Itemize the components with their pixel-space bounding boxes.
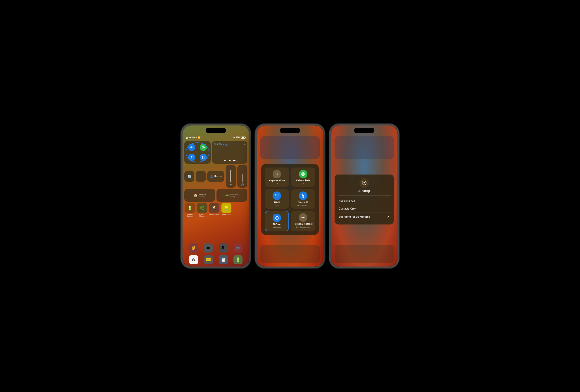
hotspot-label: Personal Hotspot	[294, 223, 313, 225]
airdrop-menu-title: AirDrop	[358, 189, 370, 193]
airplane-mode-sub: Off	[276, 183, 278, 185]
carrier-name: Verizon	[189, 136, 197, 139]
svg-point-0	[301, 173, 305, 176]
wifi-label: Wi-Fi	[274, 201, 280, 203]
svg-point-1	[302, 173, 304, 175]
carrier: Verizon 🛜	[186, 136, 200, 139]
bedroom-homekit-btn[interactable]: ✳️ Bedroom Ceiling...	[216, 189, 247, 202]
airdrop-sub: Everyone	[273, 226, 281, 229]
calc-app[interactable]: 🖩	[219, 243, 228, 253]
connectivity-widget[interactable]: ✈ 📡	[184, 141, 211, 164]
battery-percent: 85%	[236, 136, 240, 139]
record-app[interactable]: ⏺	[204, 243, 213, 253]
cellular-data-cell[interactable]: Cellular Data On	[291, 168, 315, 187]
dynamic-island-2	[280, 128, 300, 133]
accessory-name-2: Bedroom	[230, 194, 239, 196]
hotspot-sub: Not Discoverable	[296, 226, 310, 228]
wifi-cell[interactable]: Wi-Fi Tucks	[265, 189, 289, 209]
kitchen-island-icon: 🍳	[209, 203, 219, 213]
cellular-data-label: Cellular Data	[296, 179, 310, 182]
focus-icon: 👤	[210, 175, 213, 178]
dynamic-island-1	[206, 128, 226, 133]
altimeter-app[interactable]: ⊙	[189, 255, 198, 264]
focus-btn[interactable]: 👤 Focus	[207, 171, 224, 182]
airplane-mode-label: Airplane Mode	[269, 179, 285, 182]
focus-label: Focus	[214, 175, 222, 178]
remote-app[interactable]: 🎮	[233, 243, 243, 253]
accessory-sub-1: HomePl...	[199, 196, 206, 197]
battery-icon	[241, 137, 246, 139]
bluetooth-cell[interactable]: Bluetooth MichPods Pro 2	[291, 189, 315, 209]
airdrop-menu-header: AirDrop	[338, 178, 391, 196]
airdrop-label: AirDrop	[273, 223, 281, 226]
bluetooth-btn[interactable]	[200, 154, 207, 161]
bluetooth-icon	[299, 192, 307, 200]
signal-icon	[186, 137, 188, 139]
wallet-app[interactable]: 💳	[204, 255, 213, 264]
living-label: Living... Christ...	[197, 213, 207, 217]
cc-row-1: ✈ 📡	[184, 141, 247, 164]
checkmark-icon: ✓	[387, 215, 390, 219]
airdrop-menu-icon	[359, 178, 369, 188]
screen-mirror-btn[interactable]: ▭	[196, 171, 206, 182]
extra-dock: ⊙ 💳 📋 🔋	[184, 255, 247, 265]
playback-controls: ⏮ ▶ ⏭	[214, 159, 245, 162]
kitchen-homekit-btn[interactable]: 🏠 Kitchen HomePl...	[184, 189, 215, 202]
play-btn[interactable]: ▶	[229, 159, 231, 162]
kitchen-island-label: Kitchen Island	[209, 213, 219, 215]
prev-btn[interactable]: ⏮	[224, 159, 226, 162]
accessory-sub-2: Ceiling...	[230, 196, 239, 197]
everyone-10min-label: Everyone for 10 Minutes	[339, 215, 370, 218]
airdrop-cell[interactable]: AirDrop Everyone	[265, 211, 289, 231]
screen-rotation-btn[interactable]: 🔄	[184, 171, 194, 182]
laundry-icon: 🔋	[185, 203, 195, 213]
kitchen-cans-icon: 💡	[221, 203, 231, 213]
brightness-slider[interactable]: ☀	[226, 165, 236, 188]
now-playing-title: Not Playing	[214, 143, 228, 146]
laundry-app[interactable]: 🔋 Laundry Battery...	[184, 203, 195, 217]
airplane-btn[interactable]: ✈	[188, 144, 195, 151]
conn-grid: ✈ 📡	[184, 141, 211, 164]
airplay-icon: ⊞	[244, 143, 245, 146]
phone1-content: Verizon 🛜 ➤ 85%	[182, 125, 249, 267]
bluetooth-label: Bluetooth	[298, 201, 308, 203]
status-bar-1: Verizon 🛜 ➤ 85%	[184, 136, 247, 139]
everyone-10min-option[interactable]: Everyone for 10 Minutes ✓	[338, 213, 391, 221]
dynamic-island-3	[354, 128, 374, 133]
contacts-only-option[interactable]: Contacts Only	[338, 205, 391, 213]
cellular-btn[interactable]: 📡	[200, 144, 207, 151]
receiving-off-label: Receiving Off	[339, 199, 355, 202]
phone3-content: AirDrop Receiving Off Contacts Only Ever…	[331, 125, 398, 267]
ceiling-icon: ✳️	[225, 194, 229, 197]
cc-row-2: 🔄 ▭ 👤 Focus ☀ 🔊	[184, 165, 247, 188]
home-icon: 🏠	[194, 194, 197, 197]
airdrop-menu: AirDrop Receiving Off Contacts Only Ever…	[335, 175, 394, 224]
kitchen-cans-app[interactable]: 💡 Kitchen Cans	[221, 203, 232, 217]
contacts-only-label: Contacts Only	[339, 207, 356, 210]
dock: 👂 ⏺ 🖩 🎮	[184, 243, 247, 253]
wifi-icon	[273, 192, 281, 200]
phone-1: Verizon 🛜 ➤ 85%	[181, 124, 251, 268]
now-playing-widget[interactable]: Not Playing ⊞ ⏮ ▶ ⏭	[212, 141, 247, 164]
kitchen-island-app[interactable]: 🍳 Kitchen Island	[209, 203, 220, 217]
battery-app[interactable]: 🔋	[233, 255, 243, 264]
next-btn[interactable]: ⏭	[233, 159, 236, 162]
wifi-sub: Tucks	[274, 204, 279, 206]
clipboard-app[interactable]: 📋	[219, 255, 228, 264]
receiving-off-option[interactable]: Receiving Off	[338, 197, 391, 205]
wifi-status-icon: 🛜	[198, 136, 200, 139]
phone-2: ✈ Airplane Mode Off Cellular Data	[255, 124, 325, 268]
cellular-data-sub: On	[302, 183, 304, 185]
living-app[interactable]: 🌿 Living... Christ...	[197, 203, 207, 217]
airplane-mode-cell[interactable]: ✈ Airplane Mode Off	[265, 168, 289, 187]
living-icon: 🌿	[197, 203, 207, 213]
phone-3: AirDrop Receiving Off Contacts Only Ever…	[329, 124, 399, 268]
volume-slider[interactable]: 🔊	[237, 165, 247, 188]
cellular-data-icon	[299, 170, 307, 178]
hotspot-cell[interactable]: Personal Hotspot Not Discoverable	[291, 211, 315, 231]
hotspot-icon	[299, 213, 307, 222]
airdrop-icon	[273, 214, 281, 222]
ear-app[interactable]: 👂	[189, 243, 198, 253]
airplane-mode-icon: ✈	[273, 170, 281, 178]
wifi-btn[interactable]	[188, 154, 195, 161]
